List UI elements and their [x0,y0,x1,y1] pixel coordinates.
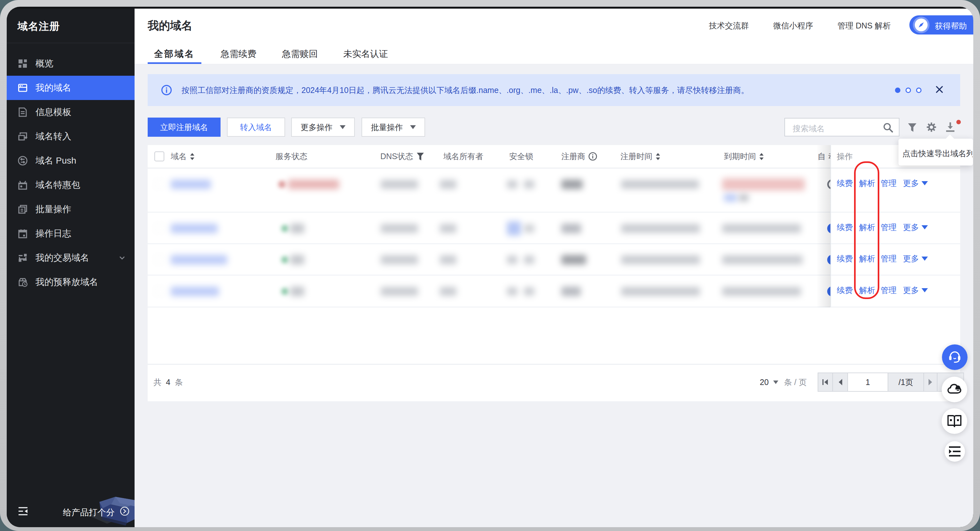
security-lock-redacted [507,221,521,235]
tab-0[interactable]: 全部域名 [148,44,201,64]
download-export-icon[interactable] [945,122,955,132]
expire-time-redacted [722,287,801,296]
row-checkbox[interactable] [154,179,164,189]
sidebar-item-my-prerelease-domains[interactable]: 我的预释放域名 [7,270,135,294]
sidebar-item-overview[interactable]: 概览 [7,51,135,76]
header-link-1[interactable]: 微信小程序 [773,21,813,31]
tab-bar: 全部域名急需续费急需赎回未实名认证 [148,44,395,64]
tab-1[interactable]: 急需续费 [214,44,263,64]
manage-link[interactable]: 管理 [881,253,903,264]
sidebar-item-domain-push[interactable]: 域名 Push [7,149,135,173]
tab-3[interactable]: 未实名认证 [337,44,395,64]
manage-link[interactable]: 管理 [881,222,903,232]
domain-push-icon [18,156,28,166]
owner-redacted [440,180,457,189]
carousel-dot-1[interactable] [905,87,911,93]
operation-links: 续费 解析 管理 更多 [837,178,928,189]
tooltip-text: 点击快速导出域名列表 [902,148,973,159]
renew-link[interactable]: 续费 [837,285,859,296]
search-icon[interactable] [883,122,893,133]
rate-product-label[interactable]: 给产品打个分 [63,507,115,518]
transfer-in-domain-button[interactable]: 转入域名 [227,118,285,137]
row-checkbox[interactable] [154,254,164,264]
prev-page-button[interactable] [833,373,848,391]
operation-row-3: 续费 解析 管理 更多 [830,275,960,307]
banner-close-icon[interactable] [936,86,943,93]
renew-link[interactable]: 续费 [837,178,859,189]
tab-2[interactable]: 急需赎回 [275,44,324,64]
expire-time-redacted [722,255,803,264]
carousel-dot-0[interactable] [895,87,900,93]
cloud-bell-icon [947,382,963,397]
column-registrar-label: 注册商 [561,151,585,162]
cloud-notification-button[interactable] [942,377,967,402]
renew-link[interactable]: 续费 [837,253,859,264]
row-checkbox[interactable] [154,286,164,296]
status-dot-ok [281,256,288,263]
more-link[interactable]: 更多 [903,285,919,296]
domain-link-redacted[interactable] [171,224,218,233]
sidebar-item-domain-transfer-in[interactable]: 域名转入 [7,124,135,149]
sort-icon[interactable] [759,153,764,160]
headset-icon [947,350,962,364]
header-link-0[interactable]: 技术交流群 [709,21,749,31]
documentation-button[interactable] [942,408,967,434]
sidebar-item-my-domains[interactable]: 我的域名 [7,76,135,100]
more-link[interactable]: 更多 [903,253,919,264]
more-actions-dropdown[interactable]: 更多操作 [291,118,355,137]
sidebar-item-operation-log[interactable]: 操作日志 [7,221,135,246]
sidebar-item-info-template[interactable]: 信息模板 [7,100,135,124]
register-domain-button[interactable]: 立即注册域名 [148,118,221,137]
sidebar-item-domain-deal-package[interactable]: 域名特惠包 [7,173,135,197]
domain-link-redacted[interactable] [171,255,227,264]
page-size-select[interactable]: 20 条 / 页 [760,377,807,388]
sidebar-item-my-trading-domains[interactable]: 我的交易域名 [7,246,135,270]
more-link[interactable]: 更多 [903,178,919,189]
first-page-button[interactable] [818,373,833,391]
feedback-survey-button[interactable] [945,441,965,462]
page-number-input[interactable]: 1 [848,373,888,391]
select-all-checkbox[interactable] [154,151,164,161]
search-domain-input[interactable]: 搜索域名 [784,118,899,137]
next-page-button[interactable] [924,373,937,391]
dns-resolve-link[interactable]: 解析 [859,178,881,189]
column-domain: 域名 [171,145,195,168]
window-viewport: 域名注册 概览我的域名信息模板域名转入域名 Push域名特惠包批量操作操作日志我… [7,7,973,527]
row-checkbox[interactable] [154,223,164,233]
info-circle-icon[interactable] [589,152,597,161]
customer-service-button[interactable] [942,344,967,370]
dns-resolve-link[interactable]: 解析 [859,285,881,296]
service-status-redacted [288,180,339,189]
total-prefix: 共 [153,378,161,386]
filter-icon[interactable] [417,153,424,161]
renew-link[interactable]: 续费 [837,222,859,232]
domain-link-redacted[interactable] [171,286,219,296]
header-link-2[interactable]: 管理 DNS 解析 [837,21,891,31]
carousel-dot-2[interactable] [916,87,921,93]
get-help-button[interactable]: 获得帮助 [909,15,973,35]
more-actions-label: 更多操作 [301,122,333,133]
open-book-icon [947,414,962,428]
collapse-sidebar-icon[interactable] [18,507,28,516]
manage-link[interactable]: 管理 [881,178,903,189]
dns-resolve-link[interactable]: 解析 [859,253,881,264]
reg-time-redacted [621,224,700,233]
sidebar-item-batch-operation[interactable]: 批量操作 [7,197,135,221]
rate-product-arrow-icon[interactable] [120,506,129,516]
column-expire-time: 到期时间 [724,145,764,168]
expire-time-redacted [722,178,805,191]
app-layout: 域名注册 概览我的域名信息模板域名转入域名 Push域名特惠包批量操作操作日志我… [7,9,973,527]
batch-actions-dropdown[interactable]: 批量操作 [361,118,425,137]
manage-link[interactable]: 管理 [881,285,903,296]
more-link[interactable]: 更多 [903,222,919,232]
sort-icon[interactable] [190,153,195,160]
domain-link-redacted[interactable] [171,180,211,189]
batch-operation-icon [18,204,28,215]
sort-icon[interactable] [655,153,660,160]
dns-resolve-link[interactable]: 解析 [859,222,881,232]
dns-status-redacted [381,287,418,296]
export-notification-dot [956,120,961,124]
filter-icon[interactable] [907,122,917,132]
gear-icon[interactable] [926,122,937,132]
export-tooltip: 点击快速导出域名列表 [899,139,973,165]
